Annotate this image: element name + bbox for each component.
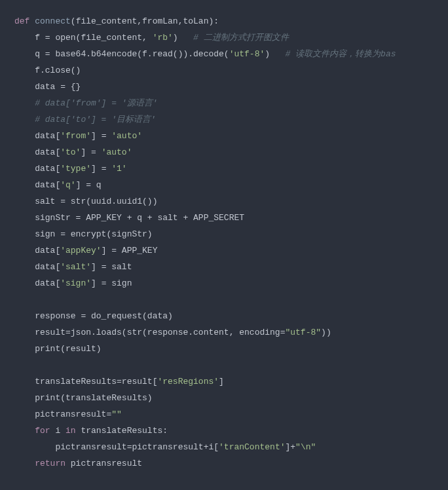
line-15: data['appKey'] = APP_KEY (14, 246, 157, 255)
val-1: '1' (111, 164, 126, 174)
keyword-in: in (65, 426, 76, 436)
line-12: salt = str(uuid.uuid1()) (14, 197, 157, 206)
line-14: sign = encrypt(signStr) (14, 229, 153, 239)
line-20: result=json.loads(str(response.content, … (14, 328, 331, 337)
line-19: response = do_request(data) (14, 311, 173, 321)
line-23: translateResults=result['resRegions'] (14, 377, 224, 386)
keyword-def: def (14, 16, 29, 26)
line-1: def connect(file_content,fromLan,toLan): (14, 16, 219, 26)
line-21: print(result) (14, 344, 102, 354)
line-25: pictransresult="" (14, 409, 122, 419)
line-17: data['sign'] = sign (14, 278, 132, 288)
line-8: data['from'] = 'auto' (14, 131, 142, 141)
line-26: for i in translateResults: (14, 426, 168, 436)
key-to: 'to' (60, 147, 81, 157)
line-24: print(translateResults) (14, 393, 153, 403)
key-resregions: 'resRegions' (157, 377, 219, 386)
val-auto: 'auto' (111, 131, 142, 141)
key-trancontent: 'tranContent' (219, 442, 285, 452)
string-utf8: "utf-8" (285, 328, 321, 337)
key-type: 'type' (60, 164, 91, 174)
line-4: f.close() (14, 66, 81, 75)
line-11: data['q'] = q (14, 180, 102, 190)
function-name: connect (35, 16, 71, 26)
string-newline: "\n" (295, 442, 316, 452)
key-sign: 'sign' (60, 278, 91, 288)
string-rb: 'rb' (153, 33, 173, 43)
val-auto: 'auto' (102, 147, 132, 157)
key-q: 'q' (60, 180, 75, 190)
comment: # 读取文件内容，转换为bas (285, 49, 396, 59)
code-block: def connect(file_content,fromLan,toLan):… (0, 0, 448, 490)
key-appkey: 'appKey' (60, 246, 101, 255)
line-13: signStr = APP_KEY + q + salt + APP_SECRE… (14, 213, 244, 223)
line-6: # data['from'] = '源语言' (14, 98, 157, 108)
line-9: data['to'] = 'auto' (14, 147, 132, 157)
line-10: data['type'] = '1' (14, 164, 127, 174)
string-empty: "" (111, 409, 122, 419)
keyword-return: return (14, 459, 65, 468)
line-5: data = {} (14, 82, 81, 92)
string-utf8: 'utf-8' (229, 49, 265, 59)
params: (file_content,fromLan,toLan): (71, 16, 219, 26)
comment: # 二进制方式打开图文件 (193, 33, 289, 43)
line-28: return pictransresult (14, 459, 142, 468)
key-salt: 'salt' (60, 262, 91, 272)
line-3: q = base64.b64encode(f.read()).decode('u… (14, 49, 396, 59)
line-7: # data['to'] = '目标语言' (14, 115, 156, 124)
keyword-for: for (14, 426, 50, 436)
line-2: f = open(file_content, 'rb') # 二进制方式打开图文… (14, 33, 289, 43)
key-from: 'from' (60, 131, 91, 141)
line-16: data['salt'] = salt (14, 262, 132, 272)
line-27: pictransresult=pictransresult+i['tranCon… (14, 442, 316, 452)
